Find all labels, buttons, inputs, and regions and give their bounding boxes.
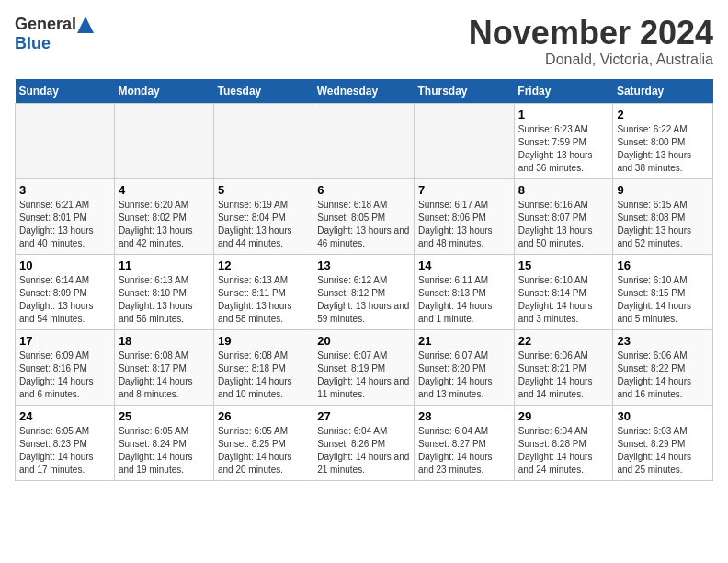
day-info: Sunrise: 6:03 AMSunset: 8:29 PMDaylight:… [617, 425, 709, 477]
day-info: Sunrise: 6:15 AMSunset: 8:08 PMDaylight:… [617, 199, 709, 250]
calendar-cell: 18Sunrise: 6:08 AMSunset: 8:17 PMDayligh… [114, 329, 213, 405]
day-number: 18 [119, 334, 210, 348]
day-number: 25 [119, 409, 210, 423]
calendar-cell: 16Sunrise: 6:10 AMSunset: 8:15 PMDayligh… [613, 254, 713, 329]
day-number: 11 [119, 259, 210, 272]
header: General Blue November 2024 Donald, Victo… [15, 15, 713, 68]
calendar-cell: 30Sunrise: 6:03 AMSunset: 8:29 PMDayligh… [613, 405, 713, 480]
day-number: 9 [617, 183, 709, 197]
week-row-3: 10Sunrise: 6:14 AMSunset: 8:09 PMDayligh… [16, 254, 713, 329]
day-number: 22 [518, 334, 609, 348]
calendar-cell: 27Sunrise: 6:04 AMSunset: 8:26 PMDayligh… [313, 405, 415, 480]
weekday-header-row: SundayMondayTuesdayWednesdayThursdayFrid… [16, 79, 713, 104]
calendar-cell: 26Sunrise: 6:05 AMSunset: 8:25 PMDayligh… [213, 405, 313, 480]
day-number: 3 [19, 183, 110, 197]
calendar-cell: 17Sunrise: 6:09 AMSunset: 8:16 PMDayligh… [16, 329, 115, 405]
day-number: 28 [418, 409, 510, 423]
day-info: Sunrise: 6:21 AMSunset: 8:01 PMDaylight:… [19, 199, 110, 250]
day-number: 16 [617, 259, 709, 272]
day-info: Sunrise: 6:12 AMSunset: 8:12 PMDaylight:… [317, 274, 410, 326]
day-info: Sunrise: 6:20 AMSunset: 8:02 PMDaylight:… [119, 199, 210, 250]
day-info: Sunrise: 6:07 AMSunset: 8:19 PMDaylight:… [317, 350, 410, 401]
calendar-cell: 1Sunrise: 6:23 AMSunset: 7:59 PMDaylight… [514, 103, 613, 178]
day-info: Sunrise: 6:08 AMSunset: 8:17 PMDaylight:… [119, 350, 210, 401]
calendar-cell: 3Sunrise: 6:21 AMSunset: 8:01 PMDaylight… [16, 178, 115, 254]
day-info: Sunrise: 6:23 AMSunset: 7:59 PMDaylight:… [518, 123, 609, 175]
calendar-cell: 21Sunrise: 6:07 AMSunset: 8:20 PMDayligh… [415, 329, 515, 405]
day-number: 5 [218, 183, 309, 197]
calendar-cell [16, 103, 115, 178]
calendar-cell: 14Sunrise: 6:11 AMSunset: 8:13 PMDayligh… [415, 254, 515, 329]
day-number: 29 [518, 409, 609, 423]
day-info: Sunrise: 6:13 AMSunset: 8:10 PMDaylight:… [119, 274, 210, 326]
day-number: 21 [418, 334, 510, 348]
title-area: November 2024 Donald, Victoria, Australi… [469, 15, 713, 68]
day-number: 20 [317, 334, 410, 348]
day-info: Sunrise: 6:05 AMSunset: 8:24 PMDaylight:… [119, 425, 210, 477]
calendar-cell: 13Sunrise: 6:12 AMSunset: 8:12 PMDayligh… [313, 254, 415, 329]
day-number: 8 [518, 183, 609, 197]
week-row-2: 3Sunrise: 6:21 AMSunset: 8:01 PMDaylight… [16, 178, 713, 254]
day-info: Sunrise: 6:10 AMSunset: 8:15 PMDaylight:… [617, 274, 709, 326]
calendar-cell: 11Sunrise: 6:13 AMSunset: 8:10 PMDayligh… [114, 254, 213, 329]
day-info: Sunrise: 6:06 AMSunset: 8:21 PMDaylight:… [518, 350, 609, 401]
calendar-cell: 7Sunrise: 6:17 AMSunset: 8:06 PMDaylight… [415, 178, 515, 254]
day-number: 13 [317, 259, 410, 272]
day-info: Sunrise: 6:04 AMSunset: 8:28 PMDaylight:… [518, 425, 609, 477]
week-row-1: 1Sunrise: 6:23 AMSunset: 7:59 PMDaylight… [16, 103, 713, 178]
weekday-header-wednesday: Wednesday [313, 79, 415, 104]
day-number: 6 [317, 183, 410, 197]
calendar-cell [415, 103, 515, 178]
calendar-cell [213, 103, 313, 178]
calendar-cell: 25Sunrise: 6:05 AMSunset: 8:24 PMDayligh… [114, 405, 213, 480]
calendar-cell: 4Sunrise: 6:20 AMSunset: 8:02 PMDaylight… [114, 178, 213, 254]
day-number: 1 [518, 108, 609, 121]
day-number: 2 [617, 108, 709, 121]
day-info: Sunrise: 6:05 AMSunset: 8:25 PMDaylight:… [218, 425, 309, 477]
day-info: Sunrise: 6:22 AMSunset: 8:00 PMDaylight:… [617, 123, 709, 175]
day-number: 10 [19, 259, 110, 272]
day-info: Sunrise: 6:19 AMSunset: 8:04 PMDaylight:… [218, 199, 309, 250]
day-info: Sunrise: 6:05 AMSunset: 8:23 PMDaylight:… [19, 425, 110, 477]
weekday-header-friday: Friday [514, 79, 613, 104]
day-info: Sunrise: 6:10 AMSunset: 8:14 PMDaylight:… [518, 274, 609, 326]
svg-marker-0 [77, 17, 94, 33]
calendar-cell: 6Sunrise: 6:18 AMSunset: 8:05 PMDaylight… [313, 178, 415, 254]
day-number: 17 [19, 334, 110, 348]
day-info: Sunrise: 6:08 AMSunset: 8:18 PMDaylight:… [218, 350, 309, 401]
day-info: Sunrise: 6:11 AMSunset: 8:13 PMDaylight:… [418, 274, 510, 326]
week-row-4: 17Sunrise: 6:09 AMSunset: 8:16 PMDayligh… [16, 329, 713, 405]
day-number: 4 [119, 183, 210, 197]
day-info: Sunrise: 6:04 AMSunset: 8:26 PMDaylight:… [317, 425, 410, 477]
calendar-cell: 2Sunrise: 6:22 AMSunset: 8:00 PMDaylight… [613, 103, 713, 178]
location: Donald, Victoria, Australia [469, 52, 713, 68]
day-info: Sunrise: 6:16 AMSunset: 8:07 PMDaylight:… [518, 199, 609, 250]
calendar-cell: 10Sunrise: 6:14 AMSunset: 8:09 PMDayligh… [16, 254, 115, 329]
calendar-cell: 28Sunrise: 6:04 AMSunset: 8:27 PMDayligh… [415, 405, 515, 480]
calendar-cell: 9Sunrise: 6:15 AMSunset: 8:08 PMDaylight… [613, 178, 713, 254]
day-info: Sunrise: 6:04 AMSunset: 8:27 PMDaylight:… [418, 425, 510, 477]
calendar-cell: 23Sunrise: 6:06 AMSunset: 8:22 PMDayligh… [613, 329, 713, 405]
day-number: 30 [617, 409, 709, 423]
month-title: November 2024 [469, 15, 713, 52]
calendar-table: SundayMondayTuesdayWednesdayThursdayFrid… [15, 79, 713, 481]
day-info: Sunrise: 6:18 AMSunset: 8:05 PMDaylight:… [317, 199, 410, 250]
day-info: Sunrise: 6:09 AMSunset: 8:16 PMDaylight:… [19, 350, 110, 401]
day-info: Sunrise: 6:14 AMSunset: 8:09 PMDaylight:… [19, 274, 110, 326]
day-number: 26 [218, 409, 309, 423]
calendar-cell: 15Sunrise: 6:10 AMSunset: 8:14 PMDayligh… [514, 254, 613, 329]
logo-blue-text: Blue [15, 34, 51, 53]
day-number: 23 [617, 334, 709, 348]
day-number: 12 [218, 259, 309, 272]
weekday-header-saturday: Saturday [613, 79, 713, 104]
day-number: 27 [317, 409, 410, 423]
calendar-cell [114, 103, 213, 178]
calendar-cell: 12Sunrise: 6:13 AMSunset: 8:11 PMDayligh… [213, 254, 313, 329]
logo: General Blue [15, 15, 95, 53]
day-info: Sunrise: 6:13 AMSunset: 8:11 PMDaylight:… [218, 274, 309, 326]
day-number: 19 [218, 334, 309, 348]
day-info: Sunrise: 6:06 AMSunset: 8:22 PMDaylight:… [617, 350, 709, 401]
calendar-cell: 22Sunrise: 6:06 AMSunset: 8:21 PMDayligh… [514, 329, 613, 405]
weekday-header-thursday: Thursday [415, 79, 515, 104]
calendar-cell: 8Sunrise: 6:16 AMSunset: 8:07 PMDaylight… [514, 178, 613, 254]
